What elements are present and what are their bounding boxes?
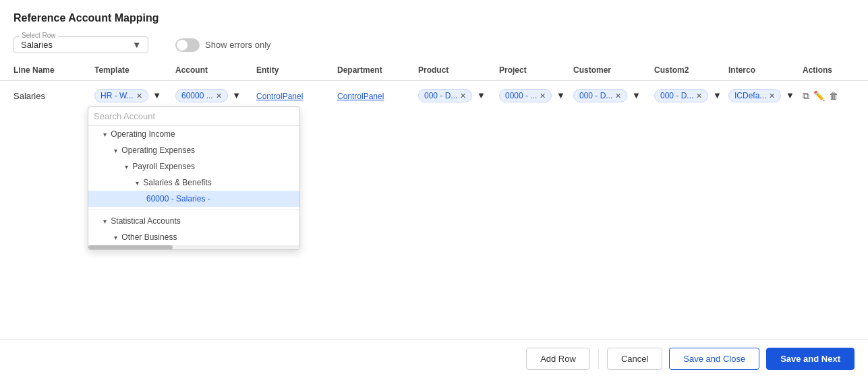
custom2-chip-remove[interactable]: ✕: [696, 92, 702, 100]
dropdown-separator: [88, 210, 299, 210]
show-errors-label: Show errors only: [205, 40, 271, 50]
search-input-wrapper: [88, 107, 299, 126]
project-chip[interactable]: 0000 - ... ✕: [499, 89, 552, 102]
copy-icon[interactable]: ⧉: [803, 90, 809, 102]
page-title: Reference Account Mapping: [0, 0, 868, 31]
show-errors-toggle-wrapper: Show errors only: [175, 38, 271, 52]
custom2-chip-chevron[interactable]: ▼: [713, 90, 722, 100]
customer-chip-remove[interactable]: ✕: [615, 92, 621, 100]
customer-chip-text: 000 - D...: [579, 91, 612, 100]
dropdown-item-60000-salaries[interactable]: 60000 - Salaries -: [88, 191, 299, 207]
footer: Add Row Cancel Save and Close Save and N…: [0, 339, 868, 378]
col-custom2: Custom2: [654, 65, 728, 75]
product-chip[interactable]: 000 - D... ✕: [418, 89, 472, 102]
account-chip-text: 60000 ...: [181, 91, 213, 100]
product-chip-chevron[interactable]: ▼: [477, 90, 486, 100]
account-chip-remove[interactable]: ✕: [216, 92, 222, 100]
account-search-dropdown: ▾ Operating Income ▾ Operating Expenses …: [88, 106, 300, 250]
customer-chip[interactable]: 000 - D... ✕: [573, 89, 627, 102]
entity-value[interactable]: ControlPanel: [256, 92, 303, 101]
interco-chip-remove[interactable]: ✕: [769, 92, 775, 100]
chevron-icon: ▾: [114, 234, 117, 241]
interco-chip-text: ICDefa...: [734, 91, 766, 100]
row-customer-cell: 000 - D... ✕ ▼: [573, 89, 654, 102]
col-project: Project: [499, 65, 573, 75]
chevron-icon: ▾: [136, 179, 139, 187]
dropdown-item-statistical-accounts[interactable]: ▾ Statistical Accounts: [88, 213, 299, 229]
dropdown-item-label: Payroll Expenses: [132, 162, 195, 171]
row-entity-cell: ControlPanel: [256, 91, 337, 101]
dropdown-item-label: Other Business: [121, 232, 177, 242]
template-chip-remove[interactable]: ✕: [136, 92, 142, 100]
dropdown-item-label: Operating Expenses: [121, 146, 195, 155]
chevron-down-icon: ▼: [132, 40, 141, 50]
select-row-dropdown[interactable]: Select Row Salaries ▼: [13, 36, 148, 53]
row-custom2-cell: 000 - D... ✕ ▼: [654, 89, 728, 102]
col-template: Template: [94, 65, 175, 75]
product-chip-text: 000 - D...: [424, 91, 457, 100]
col-department: Department: [337, 65, 418, 75]
row-project-cell: 0000 - ... ✕ ▼: [499, 89, 573, 102]
table-header: Line Name Template Account Entity Depart…: [0, 60, 868, 81]
project-chip-remove[interactable]: ✕: [540, 92, 546, 100]
col-customer: Customer: [573, 65, 654, 75]
toggle-knob: [177, 40, 187, 51]
dropdown-item-operating-expenses[interactable]: ▾ Operating Expenses: [88, 142, 299, 158]
dropdown-item-label: Operating Income: [111, 129, 175, 139]
template-chip-chevron[interactable]: ▼: [152, 90, 161, 100]
dropdown-item-label: Statistical Accounts: [111, 216, 180, 226]
save-next-button[interactable]: Save and Next: [766, 348, 855, 370]
custom2-chip-text: 000 - D...: [660, 91, 693, 100]
scrollbar-thumb: [88, 245, 173, 249]
row-account-cell: 60000 ... ✕ ▼: [175, 89, 256, 102]
project-chip-text: 0000 - ...: [505, 91, 537, 100]
chevron-icon: ▾: [114, 147, 117, 154]
col-line-name: Line Name: [13, 65, 94, 75]
template-chip[interactable]: HR - W... ✕: [94, 89, 148, 102]
add-row-button[interactable]: Add Row: [526, 348, 590, 370]
row-product-cell: 000 - D... ✕ ▼: [418, 89, 499, 102]
dropdown-item-label: 60000 - Salaries -: [146, 194, 210, 203]
edit-icon[interactable]: ✏️: [813, 90, 825, 101]
col-actions: Actions: [803, 65, 868, 75]
col-product: Product: [418, 65, 499, 75]
select-row-text: Salaries: [21, 40, 53, 50]
custom2-chip[interactable]: 000 - D... ✕: [654, 89, 708, 102]
row-interco-cell: ICDefa... ✕ ▼: [728, 89, 803, 102]
interco-chip[interactable]: ICDefa... ✕: [728, 89, 781, 102]
save-close-button[interactable]: Save and Close: [669, 348, 759, 370]
search-input[interactable]: [94, 111, 294, 121]
col-entity: Entity: [256, 65, 337, 75]
dropdown-item-payroll-expenses[interactable]: ▾ Payroll Expenses: [88, 158, 299, 175]
product-chip-remove[interactable]: ✕: [460, 92, 466, 100]
row-line-name: Salaries: [13, 91, 94, 101]
dropdown-item-label: Salaries & Benefits: [143, 178, 211, 187]
chevron-icon: ▾: [103, 218, 107, 225]
dropdown-scrollbar[interactable]: [88, 245, 299, 249]
select-row-value[interactable]: Salaries ▼: [21, 40, 141, 50]
delete-icon[interactable]: 🗑: [829, 90, 838, 101]
dropdown-item-other-business[interactable]: ▾ Other Business: [88, 229, 299, 245]
footer-divider: [598, 349, 599, 369]
project-chip-chevron[interactable]: ▼: [556, 90, 565, 100]
dropdown-list: ▾ Operating Income ▾ Operating Expenses …: [88, 126, 299, 245]
dropdown-item-operating-income[interactable]: ▾ Operating Income: [88, 126, 299, 142]
table-row-area: Salaries HR - W... ✕ ▼ 60000 ... ✕ ▼ Con…: [0, 81, 868, 111]
show-errors-toggle[interactable]: [175, 38, 200, 52]
col-interco: Interco: [728, 65, 803, 75]
department-value[interactable]: ControlPanel: [337, 92, 384, 101]
account-chip-chevron[interactable]: ▼: [232, 90, 241, 100]
col-account: Account: [175, 65, 256, 75]
chevron-icon: ▾: [125, 163, 128, 170]
chevron-icon: ▾: [103, 131, 107, 138]
account-chip[interactable]: 60000 ... ✕: [175, 89, 228, 102]
customer-chip-chevron[interactable]: ▼: [632, 90, 641, 100]
toolbar: Select Row Salaries ▼ Show errors only: [0, 31, 868, 60]
select-row-label: Select Row: [20, 32, 58, 39]
cancel-button[interactable]: Cancel: [607, 348, 662, 370]
table-row: Salaries HR - W... ✕ ▼ 60000 ... ✕ ▼ Con…: [13, 85, 855, 106]
dropdown-item-salaries-benefits[interactable]: ▾ Salaries & Benefits: [88, 175, 299, 191]
interco-chip-chevron[interactable]: ▼: [786, 90, 794, 100]
row-actions-cell: ⧉ ✏️ 🗑: [803, 90, 868, 102]
template-chip-text: HR - W...: [100, 91, 134, 100]
